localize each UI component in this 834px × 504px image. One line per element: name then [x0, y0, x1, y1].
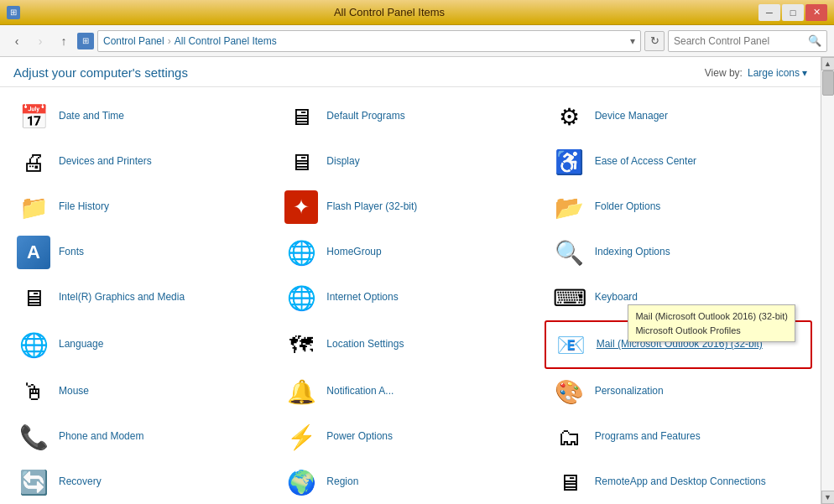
grid-item-18[interactable]: 🖱Mouse — [8, 369, 276, 414]
path-separator: › — [168, 35, 171, 47]
scroll-thumb[interactable] — [822, 70, 834, 96]
grid-item-2[interactable]: ⚙Device Manager — [545, 94, 812, 139]
item-label-7: Flash Player (32-bit) — [326, 200, 417, 214]
item-icon-21: 📞 — [17, 420, 50, 454]
item-label-23: Programs and Features — [595, 430, 701, 444]
search-input[interactable] — [674, 35, 808, 47]
item-icon-7: ✦ — [284, 190, 318, 224]
item-icon-0: 📅 — [17, 100, 50, 133]
item-icon-23: 🗂 — [553, 420, 586, 454]
item-icon-20: 🎨 — [553, 375, 586, 408]
scroll-down-button[interactable]: ▼ — [821, 491, 835, 504]
maximize-button[interactable]: □ — [782, 4, 804, 21]
item-icon-1: 🖥 — [284, 100, 318, 133]
close-button[interactable]: ✕ — [805, 4, 827, 21]
grid-item-0[interactable]: 📅Date and Time — [8, 94, 276, 139]
item-icon-16: 🗺 — [284, 328, 318, 361]
up-button[interactable]: ↑ — [54, 31, 74, 51]
grid-item-17[interactable]: 📧Mail (Microsoft Outlook 2016) (32-bit) — [545, 320, 812, 369]
item-icon-10: 🌐 — [284, 236, 318, 269]
view-by-value[interactable]: Large icons ▾ — [748, 67, 807, 79]
view-by-chevron: ▾ — [802, 67, 807, 79]
grid-item-19[interactable]: 🔔Notification A... — [276, 369, 544, 414]
item-label-0: Date and Time — [59, 110, 124, 123]
item-label-4: Display — [326, 155, 359, 169]
view-by-control: View by: Large icons ▾ — [705, 67, 807, 79]
grid-item-13[interactable]: 🌐Internet Options — [276, 275, 544, 320]
item-label-2: Device Manager — [595, 110, 668, 123]
grid-item-20[interactable]: 🎨Personalization — [545, 369, 812, 414]
grid-item-26[interactable]: 🖥RemoteApp and Desktop Connections — [545, 460, 812, 496]
path-control-panel[interactable]: Control Panel — [103, 35, 164, 47]
address-path[interactable]: Control Panel › All Control Panel Items … — [97, 30, 641, 52]
grid-item-14[interactable]: ⌨Keyboard — [545, 275, 812, 320]
item-icon-24: 🔄 — [17, 465, 50, 496]
item-label-25: Region — [326, 475, 358, 489]
item-icon-19: 🔔 — [284, 375, 318, 408]
grid-item-16[interactable]: 🗺Location Settings — [276, 320, 544, 369]
item-icon-25: 🌍 — [284, 465, 318, 496]
item-label-9: Fonts — [59, 246, 84, 259]
page-title: Adjust your computer's settings — [13, 65, 188, 80]
title-bar: ⊞ All Control Panel Items ─ □ ✕ — [0, 0, 834, 25]
grid-item-6[interactable]: 📁File History — [8, 184, 276, 230]
grid-item-15[interactable]: 🌐Language — [8, 320, 276, 369]
grid-item-1[interactable]: 🖥Default Programs — [276, 94, 544, 139]
minimize-button[interactable]: ─ — [758, 4, 780, 21]
item-icon-5: ♿ — [553, 145, 586, 179]
item-label-16: Location Settings — [326, 338, 404, 351]
forward-button[interactable]: › — [30, 31, 50, 51]
item-icon-2: ⚙ — [553, 100, 586, 133]
item-label-21: Phone and Modem — [59, 430, 143, 444]
app-icon: ⊞ — [7, 6, 20, 19]
scroll-track[interactable] — [821, 70, 834, 491]
grid-item-7[interactable]: ✦Flash Player (32-bit) — [276, 184, 544, 230]
grid-item-3[interactable]: 🖨Devices and Printers — [8, 139, 276, 184]
item-icon-4: 🖥 — [284, 145, 318, 179]
grid-item-24[interactable]: 🔄Recovery — [8, 460, 276, 496]
window-title: All Control Panel Items — [20, 6, 758, 18]
item-icon-18: 🖱 — [17, 375, 50, 408]
grid-item-21[interactable]: 📞Phone and Modem — [8, 414, 276, 460]
grid-item-22[interactable]: ⚡Power Options — [276, 414, 544, 460]
item-label-17: Mail (Microsoft Outlook 2016) (32-bit) — [597, 338, 763, 351]
item-label-8: Folder Options — [595, 200, 661, 214]
item-label-20: Personalization — [595, 385, 664, 398]
item-icon-11: 🔍 — [553, 236, 586, 269]
path-all-items[interactable]: All Control Panel Items — [175, 35, 277, 47]
grid-item-12[interactable]: 🖥Intel(R) Graphics and Media — [8, 275, 276, 320]
items-grid: 📅Date and Time🖥Default Programs⚙Device M… — [0, 87, 821, 496]
grid-item-23[interactable]: 🗂Programs and Features — [545, 414, 812, 460]
search-box[interactable]: 🔍 — [668, 30, 827, 52]
item-icon-6: 📁 — [17, 190, 50, 224]
item-icon-14: ⌨ — [553, 281, 586, 314]
back-button[interactable]: ‹ — [7, 31, 27, 51]
item-label-24: Recovery — [59, 475, 102, 489]
item-label-12: Intel(R) Graphics and Media — [59, 291, 185, 304]
grid-item-11[interactable]: 🔍Indexing Options — [545, 230, 812, 275]
address-dropdown-arrow[interactable]: ▾ — [630, 35, 635, 47]
content-area: Adjust your computer's settings View by:… — [0, 57, 821, 504]
address-bar: ‹ › ↑ ⊞ Control Panel › All Control Pane… — [0, 25, 834, 57]
title-bar-left: ⊞ — [7, 6, 20, 19]
item-label-6: File History — [59, 200, 109, 214]
grid-item-9[interactable]: AFonts — [8, 230, 276, 275]
item-icon-9: A — [17, 236, 50, 269]
item-label-15: Language — [59, 338, 103, 351]
item-label-13: Internet Options — [326, 291, 398, 304]
location-icon: ⊞ — [77, 33, 94, 49]
grid-item-10[interactable]: 🌐HomeGroup — [276, 230, 544, 275]
grid-item-25[interactable]: 🌍Region — [276, 460, 544, 496]
window-controls: ─ □ ✕ — [758, 4, 827, 21]
item-icon-22: ⚡ — [284, 420, 318, 454]
item-label-1: Default Programs — [326, 110, 404, 123]
item-icon-12: 🖥 — [17, 281, 50, 314]
search-icon[interactable]: 🔍 — [808, 34, 821, 47]
grid-item-4[interactable]: 🖥Display — [276, 139, 544, 184]
grid-item-5[interactable]: ♿Ease of Access Center — [545, 139, 812, 184]
scrollbar[interactable]: ▲ ▼ — [821, 57, 834, 504]
item-icon-8: 📂 — [553, 190, 586, 224]
scroll-up-button[interactable]: ▲ — [821, 57, 835, 70]
refresh-button[interactable]: ↻ — [644, 31, 665, 51]
grid-item-8[interactable]: 📂Folder Options — [545, 184, 812, 230]
